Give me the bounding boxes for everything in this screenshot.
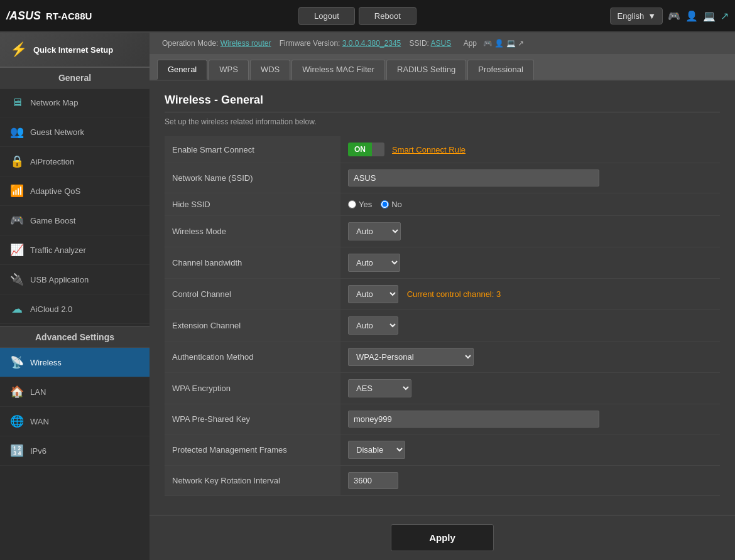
main-content-area: Operation Mode: Wireless router Firmware…	[150, 33, 735, 560]
reboot-button[interactable]: Reboot	[359, 7, 416, 25]
sidebar-item-label: USB Application	[30, 275, 89, 284]
logo: /ASUS RT-AC88U	[6, 9, 92, 23]
field-label-wireless-mode: Wireless Mode	[165, 216, 340, 247]
user-icon[interactable]: 👤	[685, 10, 698, 22]
smart-connect-rule-link[interactable]: Smart Connect Rule	[392, 145, 466, 154]
sidebar: ⚡ Quick Internet Setup General 🖥 Network…	[0, 33, 150, 560]
smart-connect-toggle[interactable]: ON	[348, 143, 384, 156]
field-label-wpa-key: WPA Pre-Shared Key	[165, 404, 340, 434]
hide-ssid-yes-radio[interactable]	[348, 200, 356, 208]
table-row: Protected Management Frames Disable Capa…	[165, 434, 720, 466]
field-label-key-rotation: Network Key Rotation Interval	[165, 466, 340, 496]
firmware-version[interactable]: 3.0.0.4.380_2345	[342, 39, 401, 48]
wpa-key-input[interactable]	[348, 411, 599, 428]
wan-icon: 🌐	[10, 414, 24, 428]
sidebar-item-label: Traffic Analyzer	[30, 245, 86, 255]
hide-ssid-yes[interactable]: Yes	[348, 200, 372, 209]
table-row: Wireless Mode Auto N only AC only Legacy	[165, 216, 720, 247]
app-share-icon: ↗	[518, 39, 524, 48]
app-game-icon: 🎮	[483, 39, 493, 48]
channel-bandwidth-select[interactable]: Auto 20 MHz 40 MHz 80 MHz	[348, 254, 400, 272]
toggle-off-label[interactable]	[372, 143, 384, 156]
header-nav: Logout Reboot	[104, 7, 610, 25]
monitor-icon[interactable]: 💻	[703, 10, 716, 22]
sidebar-item-label: AiProtection	[30, 157, 74, 166]
sidebar-item-label: Wireless	[30, 358, 62, 367]
auth-method-select[interactable]: Open System WPA-Personal WPA2-Personal W…	[348, 348, 474, 366]
extension-channel-select[interactable]: Auto Above Below	[348, 316, 398, 335]
sidebar-item-label: Guest Network	[30, 127, 84, 137]
sidebar-item-traffic-analyzer[interactable]: 📈 Traffic Analyzer	[0, 235, 150, 265]
key-rotation-input[interactable]	[348, 472, 398, 489]
sidebar-item-ipv6[interactable]: 🔢 IPv6	[0, 436, 150, 466]
field-label-channel-bw: Channel bandwidth	[165, 247, 340, 279]
hide-ssid-no-radio[interactable]	[381, 200, 389, 208]
tab-professional[interactable]: Professional	[467, 60, 534, 80]
sidebar-item-aiprotection[interactable]: 🔒 AiProtection	[0, 147, 150, 176]
sidebar-item-wan[interactable]: 🌐 WAN	[0, 407, 150, 436]
page-description: Set up the wireless related information …	[165, 117, 720, 126]
field-label-extension-channel: Extension Channel	[165, 310, 340, 342]
share-icon[interactable]: ↗	[721, 10, 729, 22]
model-name: RT-AC88U	[46, 11, 92, 21]
info-bar: Operation Mode: Wireless router Firmware…	[150, 33, 735, 55]
language-label: English	[617, 11, 644, 21]
sidebar-item-label: Network Map	[30, 98, 79, 107]
table-row: Channel bandwidth Auto 20 MHz 40 MHz 80 …	[165, 247, 720, 279]
hide-ssid-radio-group: Yes No	[348, 200, 712, 209]
firmware-label: Firmware Version:	[280, 39, 340, 48]
sidebar-item-label: WAN	[30, 417, 49, 426]
ssid-value[interactable]: ASUS	[431, 39, 452, 48]
ssid-input[interactable]	[348, 170, 599, 186]
general-section-title: General	[0, 67, 150, 89]
pmf-select[interactable]: Disable Capable Required	[348, 441, 405, 459]
toggle-on-label[interactable]: ON	[348, 143, 372, 156]
asus-brand: /ASUS	[6, 9, 41, 23]
operation-mode-value[interactable]: Wireless router	[220, 39, 271, 48]
aiprotection-icon: 🔒	[10, 154, 24, 168]
lan-icon: 🏠	[10, 385, 24, 399]
table-row: WPA Encryption AES TKIP TKIP+AES	[165, 373, 720, 404]
sidebar-item-guest-network[interactable]: 👥 Guest Network	[0, 117, 150, 147]
quick-setup-label: Quick Internet Setup	[33, 45, 113, 55]
wireless-mode-select[interactable]: Auto N only AC only Legacy	[348, 222, 401, 240]
field-label-hide-ssid: Hide SSID	[165, 193, 340, 216]
page-title: Wireless - General	[165, 94, 720, 112]
apply-bar: Apply	[150, 515, 735, 560]
sidebar-item-adaptive-qos[interactable]: 📶 Adaptive QoS	[0, 176, 150, 206]
current-channel-note: Current control channel: 3	[407, 289, 501, 299]
sidebar-item-usb-application[interactable]: 🔌 USB Application	[0, 265, 150, 294]
settings-table: Enable Smart Connect ON Smart Connect Ru…	[165, 136, 720, 496]
tab-general[interactable]: General	[157, 60, 207, 80]
app-monitor-icon: 💻	[506, 39, 516, 48]
table-row: Extension Channel Auto Above Below	[165, 310, 720, 342]
sidebar-item-wireless[interactable]: 📡 Wireless	[0, 348, 150, 377]
aicloud-icon: ☁	[10, 302, 24, 316]
tab-wds[interactable]: WDS	[250, 60, 290, 80]
sidebar-item-lan[interactable]: 🏠 LAN	[0, 377, 150, 407]
network-map-icon: 🖥	[10, 96, 24, 109]
quick-internet-setup[interactable]: ⚡ Quick Internet Setup	[0, 33, 150, 67]
tab-radius-setting[interactable]: RADIUS Setting	[386, 60, 466, 80]
sidebar-item-label: AiCloud 2.0	[30, 304, 72, 314]
tab-wps[interactable]: WPS	[209, 60, 249, 80]
sidebar-item-aicloud[interactable]: ☁ AiCloud 2.0	[0, 294, 150, 324]
control-channel-select[interactable]: Auto 123456	[348, 285, 398, 303]
sidebar-item-network-map[interactable]: 🖥 Network Map	[0, 89, 150, 117]
language-selector[interactable]: English ▼	[610, 8, 663, 24]
game-boost-icon: 🎮	[10, 213, 24, 227]
table-row: Network Key Rotation Interval	[165, 466, 720, 496]
field-label-smart-connect: Enable Smart Connect	[165, 136, 340, 163]
header-icons: 🎮 👤 💻 ↗	[668, 10, 729, 22]
game-icon[interactable]: 🎮	[668, 10, 680, 22]
sidebar-item-game-boost[interactable]: 🎮 Game Boost	[0, 206, 150, 235]
app-user-icon: 👤	[494, 39, 504, 48]
tab-wireless-mac-filter[interactable]: Wireless MAC Filter	[291, 60, 385, 80]
hide-ssid-no[interactable]: No	[381, 200, 402, 209]
apply-button[interactable]: Apply	[391, 524, 494, 551]
table-row: Control Channel Auto 123456 Current cont…	[165, 279, 720, 310]
sidebar-item-label: IPv6	[30, 446, 46, 456]
tabs: General WPS WDS Wireless MAC Filter RADI…	[150, 55, 735, 81]
logout-button[interactable]: Logout	[298, 7, 355, 25]
wpa-encryption-select[interactable]: AES TKIP TKIP+AES	[348, 379, 411, 397]
